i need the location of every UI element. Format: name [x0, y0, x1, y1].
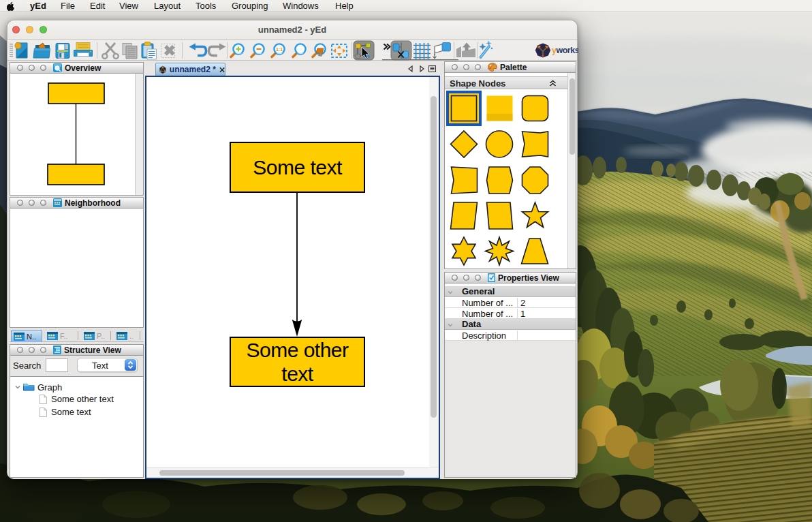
- svg-text:yworks: yworks: [552, 46, 578, 55]
- svg-text:1:1: 1:1: [276, 47, 283, 52]
